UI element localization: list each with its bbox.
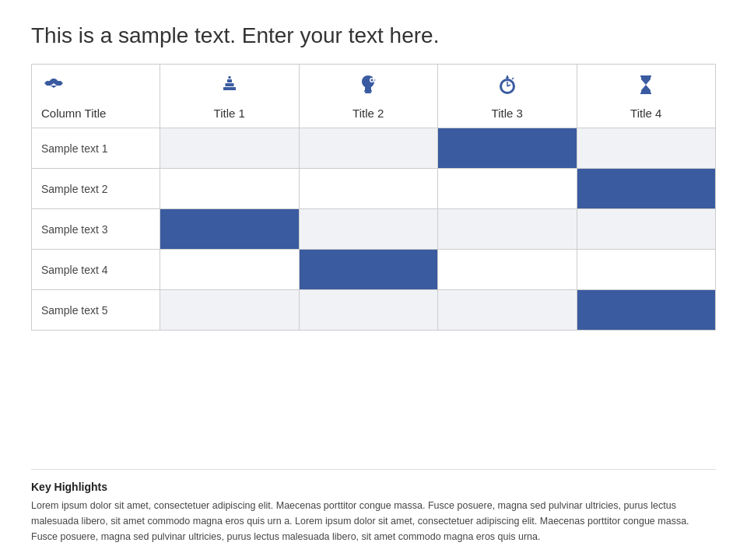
col3-label: Title 3 — [438, 103, 577, 128]
handshake-icon — [41, 72, 66, 97]
col2-label: Title 2 — [299, 103, 438, 128]
cell-r0-c0 — [160, 128, 300, 169]
cell-r1-c3 — [577, 169, 716, 209]
col2-icon-cell — [299, 65, 438, 104]
cell-r4-c3 — [577, 290, 716, 331]
col1-icon-cell — [160, 65, 300, 104]
main-table: Column Title Title 1 Title 2 Title 3 Tit… — [31, 64, 716, 331]
svg-rect-21 — [640, 75, 651, 77]
svg-rect-11 — [364, 90, 372, 92]
svg-rect-3 — [227, 79, 232, 82]
key-highlights-text: Lorem ipsum dolor sit amet, consectetuer… — [31, 498, 716, 544]
row-label: Sample text 1 — [32, 128, 160, 169]
header-label-row: Column Title Title 1 Title 2 Title 3 Tit… — [32, 103, 716, 128]
header-icon-row — [32, 65, 716, 104]
col-title-icon-cell — [32, 65, 160, 104]
svg-rect-19 — [507, 75, 508, 78]
page-title: This is a sample text. Enter your text h… — [31, 23, 716, 48]
cell-r3-c1 — [299, 250, 438, 290]
cell-r4-c2 — [438, 290, 577, 331]
key-highlights-title: Key Highlights — [31, 481, 716, 493]
row-label: Sample text 4 — [32, 250, 160, 290]
key-highlights-section: Key Highlights Lorem ipsum dolor sit ame… — [31, 469, 716, 544]
row-label: Sample text 3 — [32, 209, 160, 250]
head-gear-icon — [356, 72, 381, 97]
hourglass-icon — [633, 72, 658, 97]
cell-r2-c1 — [299, 209, 438, 250]
cell-r2-c2 — [438, 209, 577, 250]
table-row: Sample text 1 — [32, 128, 716, 169]
svg-rect-12 — [365, 92, 371, 93]
table-section: Column Title Title 1 Title 2 Title 3 Tit… — [31, 64, 716, 455]
cell-r0-c3 — [577, 128, 716, 169]
cell-r1-c0 — [160, 169, 300, 209]
cell-r3-c3 — [577, 250, 716, 290]
table-row: Sample text 3 — [32, 209, 716, 250]
cell-r4-c1 — [299, 290, 438, 331]
table-row: Sample text 2 — [32, 169, 716, 209]
cell-r2-c3 — [577, 209, 716, 250]
cell-r3-c0 — [160, 250, 300, 290]
row-label: Sample text 5 — [32, 290, 160, 331]
cell-r0-c1 — [299, 128, 438, 169]
col4-icon-cell — [577, 65, 716, 104]
row-label: Sample text 2 — [32, 169, 160, 209]
col1-label: Title 1 — [160, 103, 300, 128]
cell-r4-c0 — [160, 290, 300, 331]
cell-r1-c2 — [438, 169, 577, 209]
pyramid-icon — [217, 72, 242, 97]
svg-rect-4 — [228, 76, 230, 79]
page: This is a sample text. Enter your text h… — [0, 0, 747, 560]
svg-rect-1 — [223, 87, 236, 90]
cell-r2-c0 — [160, 209, 300, 250]
cell-r0-c2 — [438, 128, 577, 169]
cell-r1-c1 — [299, 169, 438, 209]
table-row: Sample text 5 — [32, 290, 716, 331]
svg-rect-22 — [640, 93, 651, 94]
stopwatch-icon — [495, 72, 520, 97]
table-row: Sample text 4 — [32, 250, 716, 290]
svg-line-20 — [512, 78, 514, 79]
col0-label: Column Title — [32, 103, 160, 128]
svg-point-6 — [371, 79, 374, 82]
cell-r3-c2 — [438, 250, 577, 290]
col3-icon-cell — [438, 65, 577, 104]
col4-label: Title 4 — [577, 103, 716, 128]
svg-rect-2 — [225, 83, 233, 86]
